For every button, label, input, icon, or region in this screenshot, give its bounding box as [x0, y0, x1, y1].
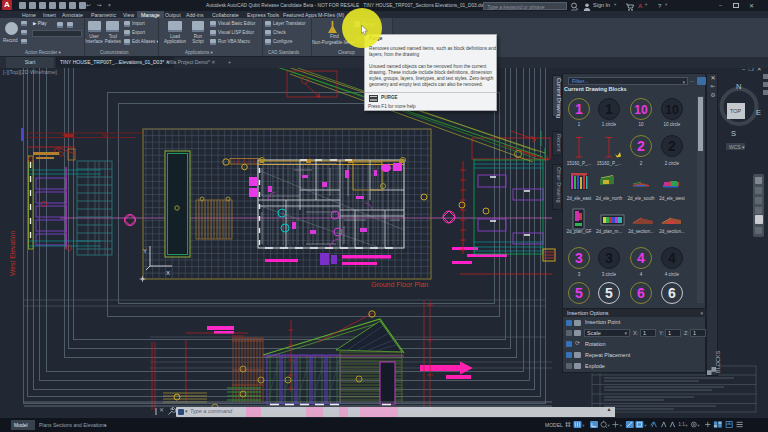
svg-text:3 circle: 3 circle [602, 272, 617, 277]
svg-text:6: 6 [668, 285, 676, 301]
svg-text:1: 1 [578, 122, 581, 127]
svg-text:2: 2 [637, 138, 645, 154]
svg-text:3: 3 [605, 250, 613, 266]
svg-text:▾: ▾ [644, 423, 647, 428]
svg-text:5: 5 [575, 285, 583, 301]
svg-text:▾: ▾ [608, 423, 611, 428]
svg-text:1:1: 1:1 [678, 422, 685, 427]
svg-text:6: 6 [637, 285, 645, 301]
svg-text:2: 2 [668, 138, 676, 154]
svg-text:4 circle: 4 circle [665, 272, 680, 277]
svg-text:1: 1 [575, 101, 583, 117]
svg-text:TOP: TOP [730, 108, 742, 114]
svg-text:2d_section...: 2d_section... [659, 229, 685, 234]
svg-text:1: 1 [605, 101, 613, 117]
svg-text:▾: ▾ [685, 423, 688, 428]
svg-text:2d_ele_north: 2d_ele_north [596, 196, 623, 201]
svg-text:E: E [756, 108, 761, 117]
svg-text:▾: ▾ [697, 423, 700, 428]
svg-text:2d_ele_east: 2d_ele_east [567, 196, 592, 201]
svg-text:10: 10 [665, 103, 679, 117]
svg-text:▾: ▾ [582, 423, 585, 428]
svg-text:15160_P_...: 15160_P_... [597, 161, 621, 166]
svg-text:10: 10 [638, 122, 644, 127]
svg-text:3: 3 [575, 250, 583, 266]
svg-text:2: 2 [640, 161, 643, 166]
svg-text:2d_ele_south: 2d_ele_south [627, 196, 655, 201]
svg-text:N: N [736, 82, 741, 91]
svg-text:2d_section...: 2d_section... [628, 229, 654, 234]
svg-text:X: X [166, 270, 170, 276]
svg-text:S: S [731, 129, 736, 138]
svg-text:2 circle: 2 circle [665, 161, 680, 166]
svg-text:2d_plan_m...: 2d_plan_m... [596, 229, 622, 234]
svg-text:2d_plan_GF: 2d_plan_GF [567, 229, 592, 234]
svg-text:5: 5 [605, 285, 613, 301]
svg-text:▾: ▾ [620, 423, 623, 428]
svg-text:3: 3 [578, 272, 581, 277]
svg-text:10: 10 [634, 103, 648, 117]
svg-text:4: 4 [668, 250, 676, 266]
svg-text:10 circle: 10 circle [664, 122, 681, 127]
svg-text:1 circle: 1 circle [602, 122, 617, 127]
svg-text:Y: Y [143, 248, 147, 254]
svg-text:2d_ele_west: 2d_ele_west [659, 196, 685, 201]
svg-text:4: 4 [640, 272, 643, 277]
svg-text:WCS ▾: WCS ▾ [729, 144, 745, 150]
svg-text:4: 4 [637, 250, 645, 266]
svg-text:15160_P_...: 15160_P_... [567, 161, 591, 166]
